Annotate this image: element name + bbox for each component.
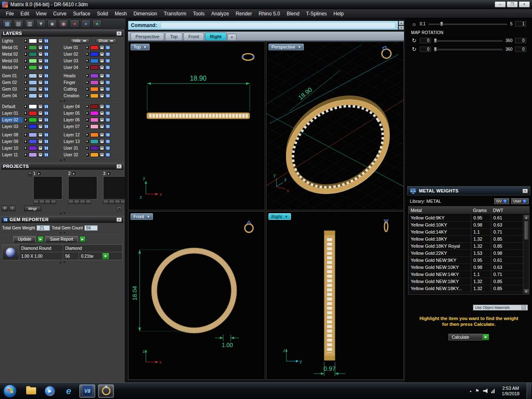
layer-lock-icon[interactable] [38,111,43,116]
layer-name[interactable]: Gem 02 [1,80,23,85]
layer-lock-icon[interactable] [99,52,104,57]
project-slot-button[interactable] [103,200,108,204]
layer-material-icon[interactable] [105,118,110,122]
layer-lock-icon[interactable] [38,74,43,78]
layer-color-swatch[interactable] [29,52,37,57]
layer-lock-icon[interactable] [99,118,104,122]
rotation-value-field[interactable]: 0 [420,47,431,52]
layer-expand-arrow-icon[interactable] [85,80,89,85]
scroll-down-icon[interactable]: ▼ [399,26,404,30]
layer-lock-icon[interactable] [38,104,43,109]
menu-item[interactable]: Solid [94,10,111,17]
layer-lock-icon[interactable] [99,104,104,109]
layer-material-icon[interactable] [44,87,49,91]
layer-lock-icon[interactable] [38,118,43,122]
layer-material-icon[interactable] [44,104,49,109]
viewport-top[interactable]: Top▼ 18.90 [128,42,265,210]
layer-name[interactable]: Metal 04 [1,65,23,70]
viewport-perspective[interactable]: Perspective▼ [266,42,404,210]
viewport-perspective-label[interactable]: Perspective▼ [268,44,304,50]
project-slot-button[interactable] [39,200,44,204]
layer-color-swatch[interactable] [90,94,99,98]
layer-name[interactable]: Layer 09 [1,139,23,144]
layer-material-icon[interactable] [105,45,110,50]
rotation-value-field2[interactable]: 0 [515,38,526,43]
layer-color-swatch[interactable] [90,124,99,129]
close-icon[interactable]: × [522,189,528,193]
taskbar-clock[interactable]: 2:53 AM 1/9/2018 [498,386,523,397]
layer-material-icon[interactable] [44,146,49,150]
layer-name[interactable]: User 04 [63,65,84,70]
menu-item[interactable]: Tools [190,10,208,17]
layer-color-swatch[interactable] [90,104,99,109]
layer-lock-icon[interactable] [38,153,43,157]
layer-lock-icon[interactable] [38,124,43,129]
project-slot-button[interactable] [86,200,91,204]
layer-color-swatch[interactable] [29,124,37,129]
calculate-button[interactable]: Calculate [448,334,483,340]
layer-material-icon[interactable] [44,74,49,78]
layer-name[interactable]: Gem 04 [1,93,23,99]
collapse-divider[interactable] [0,231,125,235]
collapse-divider[interactable] [0,211,125,215]
layer-lock-icon[interactable] [38,59,43,63]
viewport-top-label[interactable]: Top▼ [131,44,150,50]
project-slot-button[interactable] [115,200,120,204]
layer-lock-icon[interactable] [99,111,104,116]
layer-expand-arrow-icon[interactable] [24,146,28,150]
tab-front[interactable]: Front [183,32,204,40]
layer-lock-icon[interactable] [38,146,43,150]
layer-material-icon[interactable] [105,124,110,129]
scroll-up-icon[interactable]: ▲ [399,21,404,25]
layer-color-swatch[interactable] [29,65,37,70]
close-icon[interactable]: × [116,164,122,169]
layer-material-icon[interactable] [44,133,49,137]
layer-lock-icon[interactable] [38,87,43,91]
add-project-button[interactable]: + [2,206,8,211]
layer-color-swatch[interactable] [29,39,37,43]
metal-weights-row[interactable]: Yellow Gold:10KY 0.98 0.63 [409,222,529,229]
viewport-front-label[interactable]: Front▼ [131,213,153,220]
layer-expand-arrow-icon[interactable] [24,104,28,109]
layer-material-icon[interactable] [44,118,49,122]
scroll-thumb[interactable] [524,221,529,240]
texture-size-field[interactable]: 1 [515,21,526,27]
layer-material-icon[interactable] [105,59,110,63]
scroll-down-icon[interactable]: ▼ [524,289,529,294]
layer-expand-arrow-icon[interactable] [85,124,89,129]
layer-expand-arrow-icon[interactable] [24,74,28,78]
save-report-go-icon[interactable]: ▶ [79,236,86,242]
layer-color-swatch[interactable] [29,87,37,91]
show-desktop-button[interactable] [527,383,531,399]
project-slot-arrow-icon[interactable] [37,171,41,176]
layer-material-icon[interactable] [105,74,110,78]
menu-item[interactable]: Render [232,10,255,17]
layer-expand-arrow-icon[interactable] [24,87,28,91]
gem-studio-icon[interactable]: ● [92,20,102,28]
layer-name[interactable]: User 02 [63,52,84,57]
layer-expand-arrow-icon[interactable] [85,59,89,63]
layer-name[interactable]: Gem 01 [1,73,23,79]
project-manager-button[interactable]: Mngr [24,206,41,211]
selection-filter-icon[interactable]: ▼ [36,20,46,28]
layer-expand-arrow-icon[interactable] [24,124,28,129]
project-slot-button[interactable] [109,200,114,204]
layer-color-swatch[interactable] [90,133,99,137]
explorer-taskbar-button[interactable] [23,384,39,398]
layer-color-swatch[interactable] [29,94,37,98]
layer-expand-arrow-icon[interactable] [85,139,89,144]
menu-item[interactable]: Analyze [208,10,232,17]
metal-weights-row[interactable]: Yellow Gold NEW:14KY 1.1 0.71 [409,271,529,278]
layer-color-swatch[interactable] [29,153,37,157]
project-slot-button[interactable] [68,200,74,204]
rotation-value-field[interactable]: 0 [420,38,431,43]
layer-material-icon[interactable] [44,59,49,63]
project-slot-arrow-icon[interactable] [107,171,111,176]
layer-name[interactable]: Layer 05 [63,111,84,116]
layer-color-swatch[interactable] [29,104,37,109]
layer-expand-arrow-icon[interactable] [85,87,89,91]
layer-material-icon[interactable] [105,94,110,98]
layer-color-swatch[interactable] [90,74,99,78]
layer-expand-arrow-icon[interactable] [24,133,28,137]
layer-expand-arrow-icon[interactable] [85,153,89,157]
